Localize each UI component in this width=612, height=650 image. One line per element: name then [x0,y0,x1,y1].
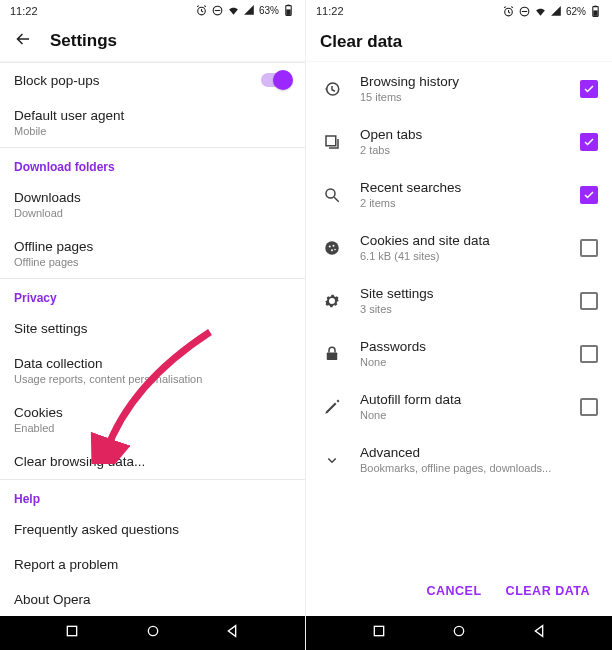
history-icon [322,80,342,98]
clear-data-row[interactable]: Cookies and site data6.1 kB (41 sites) [306,221,612,274]
toggle-switch[interactable] [261,73,291,87]
svg-point-15 [329,245,331,247]
battery-percent: 63% [259,5,279,16]
nav-recent-button[interactable] [371,623,387,643]
search-icon [322,186,342,204]
row-downloads[interactable]: Downloads Download [0,180,305,229]
clear-data-row[interactable]: Open tabs2 tabs [306,115,612,168]
signal-icon [550,5,563,18]
checkbox[interactable] [580,345,598,363]
status-bar: 11:22 62% [306,0,612,22]
nav-recent-button[interactable] [64,623,80,643]
row-sublabel: 15 items [360,91,562,103]
gear-icon [322,292,342,310]
checkbox[interactable] [580,239,598,257]
section-header-privacy: Privacy [0,279,305,311]
row-label: Site settings [14,321,88,336]
row-sublabel: Download [14,207,81,219]
dnd-icon [211,4,224,17]
row-data-collection[interactable]: Data collection Usage reports, content p… [0,346,305,395]
dialog-footer: Cancel Clear data [306,566,612,616]
row-label: About Opera [14,592,91,607]
clear-data-row[interactable]: Browsing history15 items [306,62,612,115]
svg-rect-11 [594,5,596,6]
phone-clear-data: 11:22 62% Clear data Browsing history15 … [306,0,612,650]
row-faq[interactable]: Frequently asked questions [0,512,305,547]
row-sublabel: Usage reports, content personalisation [14,373,202,385]
svg-point-6 [148,626,157,635]
row-site-settings[interactable]: Site settings [0,311,305,346]
row-sublabel: None [360,356,562,368]
checkbox[interactable] [580,133,598,151]
status-bar: 11:22 63% [0,0,305,22]
row-label: Autofill form data [360,392,562,407]
row-label: Advanced [360,445,598,460]
row-about-opera[interactable]: About Opera [0,582,305,616]
dnd-icon [518,5,531,18]
row-sublabel: 3 sites [360,303,562,315]
android-nav-bar [0,616,305,650]
status-time: 11:22 [316,5,344,17]
app-bar: Clear data [306,22,612,62]
settings-scroll[interactable]: Block pop-ups Default user agent Mobile … [0,62,305,616]
row-clear-browsing-data[interactable]: Clear browsing data... [0,444,305,479]
nav-home-button[interactable] [451,623,467,643]
row-cookies[interactable]: Cookies Enabled [0,395,305,444]
android-nav-bar [306,616,612,650]
row-label: Frequently asked questions [14,522,179,537]
row-label: Downloads [14,190,81,205]
phone-settings: 11:22 63% Settings Block pop-ups [0,0,306,650]
signal-icon [243,4,256,17]
row-sublabel: None [360,409,562,421]
row-label: Cookies [14,405,63,420]
nav-back-button[interactable] [532,623,548,643]
appbar-title: Clear data [320,32,402,52]
svg-rect-5 [68,626,77,635]
status-icons: 62% [502,5,602,18]
svg-rect-12 [326,136,336,146]
svg-point-16 [333,244,335,246]
lock-icon [322,345,342,363]
nav-home-button[interactable] [145,623,161,643]
row-offline-pages[interactable]: Offline pages Offline pages [0,229,305,278]
checkbox[interactable] [580,398,598,416]
row-label: Clear browsing data... [14,454,145,469]
clear-data-row[interactable]: PasswordsNone [306,327,612,380]
row-sublabel: Enabled [14,422,63,434]
row-sublabel: 6.1 kB (41 sites) [360,250,562,262]
clear-data-row[interactable]: Site settings3 sites [306,274,612,327]
alarm-icon [195,4,208,17]
back-button[interactable] [14,30,32,52]
row-label: Block pop-ups [14,73,100,88]
battery-percent: 62% [566,6,586,17]
clear-data-row[interactable]: AdvancedBookmarks, offline pages, downlo… [306,433,612,486]
clear-data-row[interactable]: Recent searches2 items [306,168,612,221]
svg-rect-3 [286,10,290,15]
clear-data-button[interactable]: Clear data [506,584,590,598]
row-sublabel: 2 tabs [360,144,562,156]
appbar-title: Settings [50,31,117,51]
checkbox[interactable] [580,80,598,98]
row-label: Data collection [14,356,202,371]
wifi-icon [534,5,547,18]
svg-rect-10 [593,10,597,15]
svg-point-14 [325,241,339,255]
section-header-download: Download folders [0,148,305,180]
alarm-icon [502,5,515,18]
clear-data-list[interactable]: Browsing history15 itemsOpen tabs2 tabsR… [306,62,612,566]
battery-icon [282,4,295,17]
app-bar: Settings [0,22,305,62]
nav-back-button[interactable] [225,623,241,643]
row-label: Offline pages [14,239,93,254]
cancel-button[interactable]: Cancel [427,584,482,598]
svg-rect-4 [287,5,289,6]
pencil-icon [322,398,342,416]
row-report-problem[interactable]: Report a problem [0,547,305,582]
svg-point-17 [331,249,333,251]
checkbox[interactable] [580,186,598,204]
cookie-icon [322,239,342,257]
clear-data-row[interactable]: Autofill form dataNone [306,380,612,433]
row-default-user-agent[interactable]: Default user agent Mobile [0,98,305,147]
row-block-popups[interactable]: Block pop-ups [0,63,305,98]
checkbox[interactable] [580,292,598,310]
